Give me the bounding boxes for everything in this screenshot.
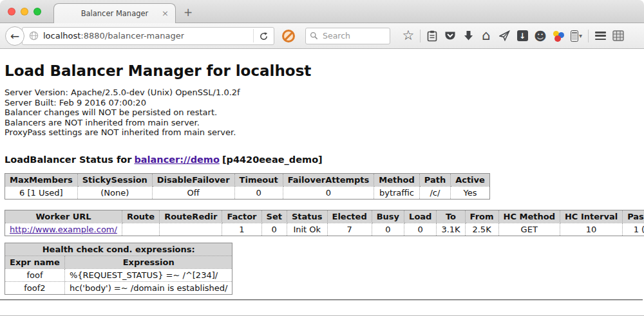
url-bar[interactable]: localhost:8880/balancer-manager	[22, 27, 274, 45]
header-status: Status	[287, 210, 327, 223]
minimize-window-button[interactable]	[21, 8, 28, 15]
health-table-title: Health check cond. expressions:	[5, 243, 232, 256]
search-box[interactable]	[305, 28, 390, 44]
pocket-button[interactable]	[441, 27, 459, 45]
table-row: foof %{REQUEST_STATUS} =~ /^[234]/	[5, 268, 232, 281]
download-arrow-icon	[464, 30, 473, 41]
reload-button[interactable]	[253, 29, 270, 42]
url-path: :8880/balancer-manager	[80, 31, 184, 41]
header-load: Load	[404, 210, 437, 223]
page-title: Load Balancer Manager for localhost	[5, 62, 644, 79]
back-icon: ←	[10, 30, 19, 42]
toolbar-icons: ☆ ⌂ ↓ ☻ ▾	[399, 27, 627, 45]
search-input[interactable]	[321, 30, 379, 41]
window-controls	[8, 8, 46, 15]
menu-button[interactable]	[591, 27, 609, 45]
cell-disablefailover: Off	[152, 186, 234, 199]
table-title-row: Health check cond. expressions:	[5, 243, 232, 256]
cell-path: /c/	[419, 186, 450, 199]
server-built-line: Server Built: Feb 9 2016 07:00:20	[5, 98, 644, 108]
square-download-icon: ↓	[517, 30, 528, 41]
back-button[interactable]: ←	[5, 26, 24, 46]
header-stickysession: StickySession	[77, 173, 152, 186]
cell-stickysession: (None)	[77, 186, 152, 199]
cell-failoverattempts: 0	[283, 186, 374, 199]
content-blocker-button[interactable]	[281, 28, 296, 44]
cell-worker-url: http://www.example.com/	[5, 223, 122, 236]
home-button[interactable]: ⌂	[477, 27, 495, 45]
server-info: Server Version: Apache/2.5.0-dev (Unix) …	[5, 88, 644, 138]
cell-active: Yes	[451, 186, 490, 199]
battery-icon	[571, 30, 578, 42]
header-busy: Busy	[372, 210, 404, 223]
status-prefix: LoadBalancer Status for	[5, 154, 131, 165]
chevron-down-icon: ▾	[579, 32, 582, 39]
cell-route	[122, 223, 159, 236]
cell-status: Init Ok	[287, 223, 327, 236]
cell-expr-name: foof	[5, 268, 65, 281]
table-header-row: MaxMembers StickySession DisableFailover…	[5, 173, 490, 186]
home-icon: ⌂	[482, 29, 490, 42]
cell-factor: 1	[222, 223, 261, 236]
cell-set: 0	[261, 223, 287, 236]
balancers-inherit-line: Balancers are NOT inherited from main se…	[5, 118, 644, 128]
page-content: Load Balancer Manager for localhost Serv…	[0, 62, 644, 301]
header-factor: Factor	[222, 210, 261, 223]
header-hc-method: HC Method	[498, 210, 560, 223]
tab-close-icon[interactable]: ×	[162, 8, 169, 18]
extension-import-button[interactable]: ↓	[513, 27, 531, 45]
cell-load: 0	[404, 223, 437, 236]
header-method: Method	[374, 173, 419, 186]
cell-expression: hc('body') =~ /domain is established/	[64, 281, 232, 294]
header-disablefailover: DisableFailover	[152, 173, 234, 186]
server-version-line: Server Version: Apache/2.5.0-dev (Unix) …	[5, 88, 644, 98]
header-elected: Elected	[327, 210, 372, 223]
header-passes: Passes	[623, 210, 644, 223]
smiley-icon: ☻	[534, 29, 547, 43]
header-from: From	[465, 210, 498, 223]
search-icon	[310, 32, 318, 40]
grid-panel-icon	[612, 30, 624, 41]
balancer-demo-link[interactable]: balancer://demo	[134, 154, 220, 165]
cell-routeredir	[160, 223, 222, 236]
header-set: Set	[261, 210, 287, 223]
extension-colordots-button[interactable]	[549, 27, 567, 45]
header-active: Active	[451, 173, 490, 186]
cell-to: 3.1K	[437, 223, 465, 236]
header-route: Route	[122, 210, 159, 223]
table-row: http://www.example.com/ 1 0 Init Ok 7 0 …	[5, 223, 644, 236]
close-window-button[interactable]	[8, 8, 15, 15]
tab-bar: Balancer Manager × +	[0, 0, 644, 23]
cell-method: bytraffic	[374, 186, 419, 199]
clipboard-icon	[427, 30, 437, 42]
reading-list-button[interactable]	[423, 27, 441, 45]
tab-balancer-manager[interactable]: Balancer Manager ×	[53, 3, 176, 23]
bookmark-star-button[interactable]: ☆	[399, 27, 417, 45]
pocket-icon	[444, 30, 456, 41]
balancer-settings-table: MaxMembers StickySession DisableFailover…	[5, 173, 490, 200]
header-expr-name: Expr name	[5, 256, 65, 268]
extension-battery-button[interactable]: ▾	[567, 27, 585, 45]
globe-icon	[29, 31, 39, 41]
cell-passes: 1 (0)	[623, 223, 644, 236]
cell-expression: %{REQUEST_STATUS} =~ /^[234]/	[64, 268, 232, 281]
cell-elected: 7	[327, 223, 372, 236]
status-suffix: [p4420eeae_demo]	[222, 154, 323, 165]
header-timeout: Timeout	[234, 173, 283, 186]
cell-maxmembers: 6 [1 Used]	[5, 186, 78, 199]
zoom-window-button[interactable]	[33, 8, 41, 15]
navigation-toolbar: ← localhost:8880/balancer-manager ☆	[0, 23, 644, 49]
cell-hc-method: GET	[498, 223, 560, 236]
blocked-icon	[282, 30, 295, 42]
sidebar-toggle-button[interactable]	[609, 27, 627, 45]
send-tab-button[interactable]	[495, 27, 513, 45]
toolbar-separator	[420, 30, 421, 42]
header-to: To	[437, 210, 465, 223]
tab-title: Balancer Manager	[81, 9, 149, 18]
worker-table: Worker URL Route RouteRedir Factor Set S…	[5, 210, 644, 236]
new-tab-button[interactable]: +	[184, 6, 193, 19]
worker-url-link[interactable]: http://www.example.com/	[10, 225, 117, 234]
browser-window: Balancer Manager × + ← localhost:8880/ba…	[0, 0, 644, 316]
downloads-button[interactable]	[459, 27, 477, 45]
extension-smiley-button[interactable]: ☻	[531, 27, 549, 45]
